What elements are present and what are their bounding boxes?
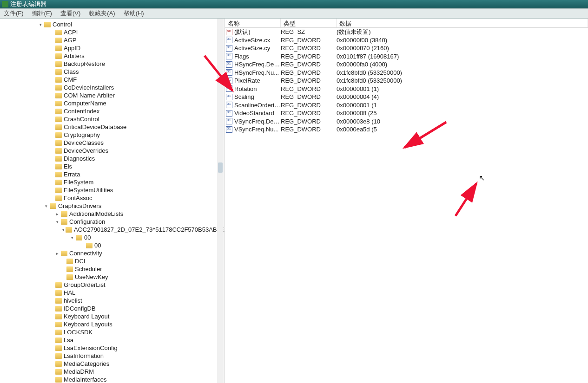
tree-expander-icon[interactable]: ▾ — [38, 22, 43, 27]
tree-expander-icon[interactable]: ▾ — [70, 235, 75, 240]
tree-expander-icon[interactable]: ▾ — [44, 203, 49, 208]
tree-item[interactable]: ComputerName — [0, 99, 225, 107]
tree-item[interactable]: DeviceOverrides — [0, 147, 225, 155]
tree-item[interactable]: Class — [0, 68, 225, 76]
tree-item[interactable]: LOCKSDK — [0, 328, 225, 336]
tree-expander-icon — [49, 109, 54, 114]
folder-icon — [55, 53, 62, 59]
tree-item[interactable]: ▾AOC27901827_2D_07E2_73^51178CC2F570B53A… — [0, 226, 225, 234]
tree-item[interactable]: AppID — [0, 44, 225, 52]
tree-expander-icon[interactable]: ▾ — [55, 219, 60, 224]
tree-label: AGP — [64, 37, 76, 44]
tree-item[interactable]: UseNewKey — [0, 273, 225, 281]
folder-icon — [55, 45, 62, 51]
tree-item[interactable]: hivelist — [0, 297, 225, 305]
tree-expander-icon[interactable]: ▸ — [55, 211, 60, 216]
tree-item[interactable]: LsaExtensionConfig — [0, 344, 225, 352]
menu-help[interactable]: 帮助(H) — [121, 8, 147, 19]
value-row[interactable]: ActiveSize.cyREG_DWORD0x00000870 (2160) — [225, 44, 588, 52]
tree-item[interactable]: ACPI — [0, 28, 225, 36]
folder-icon — [55, 85, 62, 91]
tree-item[interactable]: ▾Control — [0, 20, 225, 28]
value-row[interactable]: ScanlineOrderingREG_DWORD0x00000001 (1 — [225, 101, 588, 110]
value-row[interactable]: VSyncFreq.Nu...REG_DWORD0x0000ea5d (5 — [225, 125, 588, 134]
tree-item[interactable]: LsaInformation — [0, 352, 225, 360]
tree-item[interactable]: 00 — [0, 241, 225, 249]
value-name: Scaling — [234, 93, 281, 100]
tree-item[interactable]: CoDeviceInstallers — [0, 84, 225, 91]
menu-file[interactable]: 文件(F) — [1, 8, 26, 19]
tree-scrollbar[interactable] — [217, 19, 224, 383]
value-row[interactable]: VideoStandardREG_DWORD0x000000ff (25 — [225, 109, 588, 117]
tree-label: ComputerName — [64, 100, 106, 107]
tree-item[interactable]: ▸AdditionalModeLists — [0, 210, 225, 218]
folder-icon — [66, 274, 73, 280]
value-row[interactable]: (默认)REG_SZ(数值未设置) — [225, 28, 588, 36]
folder-icon — [44, 22, 51, 27]
tree-item[interactable]: Arbiters — [0, 52, 225, 60]
tree-item[interactable]: CriticalDeviceDatabase — [0, 123, 225, 131]
tree-item[interactable]: ▾00 — [0, 234, 225, 241]
tree-item[interactable]: FileSystem — [0, 178, 225, 186]
tree-item[interactable]: Errata — [0, 170, 225, 178]
value-row[interactable]: ActiveSize.cxREG_DWORD0x00000f00 (3840) — [225, 36, 588, 45]
column-data[interactable]: 数据 — [337, 19, 588, 27]
value-list[interactable]: 名称 类型 数据 (默认)REG_SZ(数值未设置)ActiveSize.cxR… — [225, 19, 588, 383]
column-type[interactable]: 类型 — [281, 19, 337, 27]
tree-label: GraphicsDrivers — [58, 202, 101, 209]
tree-item[interactable]: Keyboard Layouts — [0, 320, 225, 328]
value-type: REG_DWORD — [281, 85, 337, 92]
tree-item[interactable]: ▸Connectivity — [0, 249, 225, 257]
tree-item[interactable]: FontAssoc — [0, 194, 225, 202]
tree-item[interactable]: COM Name Arbiter — [0, 91, 225, 99]
tree-item[interactable]: Scheduler — [0, 265, 225, 273]
tree-expander-icon[interactable]: ▸ — [55, 251, 60, 256]
value-type: REG_DWORD — [281, 37, 337, 44]
value-row[interactable]: ScalingREG_DWORD0x00000004 (4) — [225, 93, 588, 101]
column-name[interactable]: 名称 — [225, 19, 281, 27]
tree-item[interactable]: ▾GraphicsDrivers — [0, 202, 225, 210]
value-row[interactable]: PixelRateREG_DWORD0x1fc8bfd0 (533250000) — [225, 77, 588, 85]
value-row[interactable]: HSyncFreq.Nu...REG_DWORD0x1fc8bfd0 (5332… — [225, 69, 588, 77]
value-data: 0x1fc8bfd0 (533250000) — [337, 77, 588, 84]
folder-icon — [55, 156, 62, 162]
tree-expander-icon — [49, 330, 54, 335]
folder-icon — [55, 353, 62, 359]
registry-tree[interactable]: ▾ControlACPIAGPAppIDArbitersBackupRestor… — [0, 19, 225, 383]
folder-icon — [55, 338, 62, 343]
tree-item[interactable]: Els — [0, 162, 225, 170]
value-data: 0x00000f00 (3840) — [337, 37, 588, 44]
tree-item[interactable]: Cryptography — [0, 131, 225, 139]
tree-item[interactable]: ▾Configuration — [0, 218, 225, 226]
tree-item[interactable]: MediaInterfaces — [0, 376, 225, 383]
tree-item[interactable]: HAL — [0, 289, 225, 297]
tree-item[interactable]: FileSystemUtilities — [0, 186, 225, 194]
menu-view[interactable]: 查看(V) — [58, 8, 83, 19]
tree-expander-icon — [60, 266, 66, 272]
tree-label: Connectivity — [69, 250, 102, 257]
tree-expander-icon[interactable]: ▾ — [62, 227, 65, 232]
tree-item[interactable]: ContentIndex — [0, 107, 225, 115]
tree-item[interactable]: Diagnostics — [0, 155, 225, 162]
scrollbar-thumb[interactable] — [218, 162, 223, 173]
tree-item[interactable]: BackupRestore — [0, 60, 225, 68]
value-row[interactable]: VSyncFreq.Den...REG_DWORD0x000003e8 (10 — [225, 117, 588, 126]
value-row[interactable]: RotationREG_DWORD0x00000001 (1) — [225, 85, 588, 93]
tree-item[interactable]: Keyboard Layout — [0, 312, 225, 320]
tree-item[interactable]: DeviceClasses — [0, 139, 225, 147]
menu-edit[interactable]: 编辑(E) — [29, 8, 55, 19]
value-row[interactable]: FlagsREG_DWORD0x0101ff87 (16908167) — [225, 52, 588, 61]
tree-item[interactable]: AGP — [0, 36, 225, 44]
tree-item[interactable]: DCI — [0, 257, 225, 265]
tree-item[interactable]: CrashControl — [0, 115, 225, 123]
value-row[interactable]: HSyncFreq.Den...REG_DWORD0x00000fa0 (400… — [225, 60, 588, 69]
tree-item[interactable]: GroupOrderList — [0, 281, 225, 289]
tree-item[interactable]: MediaDRM — [0, 368, 225, 376]
tree-label: Configuration — [69, 218, 105, 225]
menu-favorites[interactable]: 收藏夹(A) — [86, 8, 118, 19]
value-name: ScanlineOrdering — [234, 102, 281, 109]
tree-item[interactable]: MediaCategories — [0, 360, 225, 368]
tree-item[interactable]: Lsa — [0, 336, 225, 344]
tree-item[interactable]: CMF — [0, 76, 225, 84]
tree-item[interactable]: IDConfigDB — [0, 305, 225, 312]
